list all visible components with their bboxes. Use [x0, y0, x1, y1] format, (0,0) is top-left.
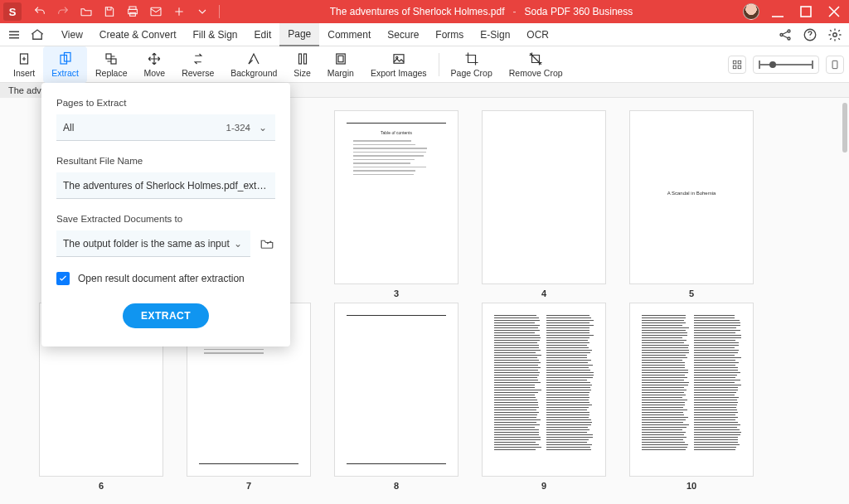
svg-rect-12 [61, 55, 67, 64]
mail-icon[interactable] [149, 5, 163, 18]
svg-point-6 [788, 30, 790, 32]
svg-point-9 [810, 37, 811, 38]
tool-extract[interactable]: Extract [43, 46, 87, 83]
settings-icon[interactable] [827, 27, 842, 42]
chevron-down-icon: ⌄ [232, 238, 244, 250]
page-thumb-8[interactable]: 8 [335, 303, 458, 491]
svg-rect-14 [106, 54, 111, 59]
svg-point-10 [833, 32, 837, 36]
doc-filename: The adventures of Sherlock Holmes.pdf [330, 6, 505, 17]
maximize-button[interactable] [796, 2, 816, 22]
page-thumb-5[interactable]: A Scandal in Bohemia5 [630, 111, 753, 298]
tool-remove-crop[interactable]: Remove Crop [501, 46, 571, 83]
svg-rect-2 [130, 12, 136, 16]
svg-rect-23 [738, 61, 741, 64]
filename-value: The adventures of Sherlock Holmes.pdf_ex… [63, 180, 269, 191]
page-number: 6 [99, 481, 104, 491]
page-toolbar: InsertExtractReplaceMoveReverseBackgroun… [0, 46, 849, 83]
browse-folder-icon[interactable] [259, 235, 275, 252]
menu-ocr[interactable]: OCR [518, 23, 557, 46]
open-icon[interactable] [80, 5, 93, 18]
menu-e-sign[interactable]: E-Sign [472, 23, 518, 46]
save-to-label: Save Extracted Documents to [56, 214, 275, 224]
menu-forms[interactable]: Forms [427, 23, 472, 46]
app-badge: S [3, 2, 22, 21]
single-page-toggle[interactable] [826, 56, 844, 74]
save-to-dropdown[interactable]: The output folder is the same as input ⌄ [56, 230, 250, 257]
menu-comment[interactable]: Comment [319, 23, 379, 46]
page-thumb-4[interactable]: 4 [483, 111, 605, 298]
page-number: 5 [689, 288, 694, 298]
tool-reverse[interactable]: Reverse [173, 46, 222, 83]
more-down-icon[interactable] [196, 5, 209, 18]
page-thumb-3[interactable]: Table of contents3 [335, 111, 458, 298]
menu-view[interactable]: View [53, 23, 91, 46]
menu-page[interactable]: Page [279, 23, 319, 46]
tool-margin[interactable]: Margin [319, 46, 362, 83]
svg-rect-24 [733, 65, 736, 69]
page-number: 3 [394, 288, 399, 298]
vertical-scrollbar[interactable] [842, 103, 847, 153]
extract-panel: Pages to Extract All 1-324 ⌄ Resultant F… [41, 83, 290, 346]
page-number: 4 [541, 288, 546, 298]
extract-button[interactable]: EXTRACT [123, 303, 209, 328]
titlebar: S The adventures of Sherlock Holmes.pdf … [0, 0, 849, 23]
undo-icon[interactable] [33, 5, 46, 18]
print-icon[interactable] [126, 5, 139, 18]
svg-rect-20 [394, 54, 404, 63]
svg-rect-13 [64, 52, 70, 61]
menu-secure[interactable]: Secure [379, 23, 427, 46]
page-thumb-9[interactable]: 9 [483, 303, 605, 491]
page-thumb-10[interactable]: 10 [630, 303, 753, 491]
open-after-label: Open result document after extraction [78, 273, 245, 284]
menu-edit[interactable]: Edit [246, 23, 280, 46]
window-title: The adventures of Sherlock Holmes.pdf - … [220, 6, 743, 17]
close-button[interactable] [824, 2, 844, 22]
svg-point-7 [788, 37, 790, 40]
thumbnail-grid-toggle[interactable] [728, 56, 746, 74]
pages-to-extract-label: Pages to Extract [56, 98, 275, 108]
svg-rect-15 [111, 59, 116, 64]
hamburger-icon[interactable] [7, 27, 22, 42]
tool-export-images[interactable]: Export Images [362, 46, 435, 83]
redo-icon[interactable] [56, 5, 70, 18]
menubar: ViewCreate & ConvertFill & SignEditPageC… [0, 23, 849, 46]
resultant-filename-input[interactable]: The adventures of Sherlock Holmes.pdf_ex… [56, 172, 275, 199]
svg-rect-17 [303, 54, 306, 64]
add-icon[interactable] [172, 5, 186, 18]
page-number: 8 [394, 481, 399, 491]
svg-point-5 [780, 33, 783, 36]
tool-insert[interactable]: Insert [5, 46, 43, 83]
menu-create-convert[interactable]: Create & Convert [91, 23, 185, 46]
user-avatar[interactable] [743, 3, 759, 20]
minimize-button[interactable] [768, 2, 788, 22]
tool-move[interactable]: Move [135, 46, 173, 83]
chevron-down-icon: ⌄ [257, 122, 269, 133]
page-number: 10 [686, 481, 696, 491]
home-icon[interactable] [30, 27, 45, 42]
menu-fill-sign[interactable]: Fill & Sign [185, 23, 246, 46]
tool-replace[interactable]: Replace [87, 46, 136, 83]
tool-page-crop[interactable]: Page Crop [443, 46, 501, 83]
help-icon[interactable] [803, 27, 817, 42]
pages-range: 1-324 [226, 123, 250, 133]
svg-rect-3 [151, 7, 161, 15]
svg-rect-25 [738, 65, 741, 69]
open-after-checkbox[interactable] [56, 272, 70, 285]
save-icon[interactable] [103, 5, 116, 18]
app-name: Soda PDF 360 Business [525, 6, 633, 17]
save-to-value: The output folder is the same as input [63, 238, 232, 250]
thumbnail-zoom-slider[interactable] [753, 56, 819, 74]
tool-background[interactable]: Background [222, 46, 285, 83]
share-icon[interactable] [778, 27, 793, 42]
pages-mode: All [63, 122, 226, 133]
svg-rect-22 [733, 61, 736, 64]
svg-rect-16 [298, 54, 301, 64]
resultant-filename-label: Resultant File Name [56, 156, 275, 166]
page-number: 9 [541, 481, 546, 491]
pages-range-dropdown[interactable]: All 1-324 ⌄ [56, 114, 275, 141]
tool-size[interactable]: Size [285, 46, 318, 83]
svg-rect-4 [801, 7, 811, 17]
svg-rect-19 [338, 56, 343, 62]
svg-rect-26 [832, 61, 837, 68]
